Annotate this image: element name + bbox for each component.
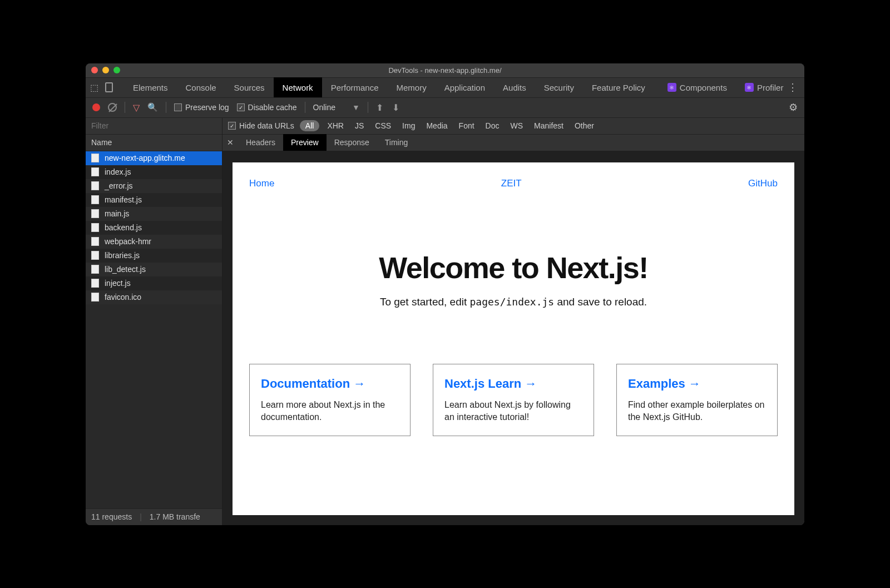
tab-profiler[interactable]: ⚛Profiler bbox=[736, 77, 793, 97]
preview-title: Welcome to Next.js! bbox=[249, 250, 778, 285]
download-har-icon[interactable]: ⬇ bbox=[392, 102, 399, 113]
name-column-header[interactable]: Name bbox=[86, 135, 222, 151]
settings-icon[interactable]: ⚙ bbox=[789, 101, 798, 113]
request-row[interactable]: inject.js bbox=[86, 276, 222, 290]
inspect-element-icon[interactable]: ⬚ bbox=[90, 82, 98, 93]
detail-tab-headers[interactable]: Headers bbox=[238, 134, 283, 151]
close-detail-icon[interactable]: ✕ bbox=[222, 138, 238, 147]
request-name: main.js bbox=[105, 209, 129, 218]
requests-sidebar: Name new-next-app.glitch.meindex.js_erro… bbox=[86, 118, 222, 525]
request-name: manifest.js bbox=[105, 195, 142, 204]
preview-subtitle: To get started, edit pages/index.js and … bbox=[249, 296, 778, 308]
request-row[interactable]: backend.js bbox=[86, 221, 222, 235]
type-filter-js[interactable]: JS bbox=[352, 120, 367, 131]
tab-application[interactable]: Application bbox=[436, 77, 494, 97]
filter-toggle-icon[interactable]: ▽ bbox=[133, 102, 140, 113]
request-row[interactable]: new-next-app.glitch.me bbox=[86, 151, 222, 165]
maximize-window-button[interactable] bbox=[113, 67, 120, 73]
type-filter-css[interactable]: CSS bbox=[372, 120, 394, 131]
request-row[interactable]: libraries.js bbox=[86, 249, 222, 263]
type-filter-font[interactable]: Font bbox=[456, 120, 478, 131]
tab-feature-policy[interactable]: Feature Policy bbox=[583, 77, 654, 97]
traffic-lights bbox=[91, 67, 120, 73]
request-name: new-next-app.glitch.me bbox=[105, 154, 185, 162]
request-name: backend.js bbox=[105, 223, 142, 232]
hide-data-urls-checkbox[interactable]: Hide data URLs bbox=[228, 121, 294, 130]
preview-nav-zeit[interactable]: ZEIT bbox=[501, 178, 522, 189]
panel-tabs-row: ⬚ ElementsConsoleSourcesNetworkPerforman… bbox=[86, 78, 804, 98]
file-icon bbox=[91, 279, 99, 288]
tab-security[interactable]: Security bbox=[535, 77, 583, 97]
preview-nav-github[interactable]: GitHub bbox=[748, 178, 778, 189]
type-filter-other[interactable]: Other bbox=[571, 120, 597, 131]
preview-pane: Home ZEIT GitHub Welcome to Next.js! To … bbox=[233, 162, 794, 515]
type-filter-xhr[interactable]: XHR bbox=[324, 120, 347, 131]
tab-audits[interactable]: Audits bbox=[494, 77, 535, 97]
detail-tab-timing[interactable]: Timing bbox=[377, 134, 416, 151]
file-icon bbox=[91, 167, 99, 176]
preview-nav-home[interactable]: Home bbox=[249, 178, 274, 189]
search-icon[interactable]: 🔍 bbox=[147, 102, 158, 112]
minimize-window-button[interactable] bbox=[102, 67, 109, 73]
toggle-device-icon[interactable] bbox=[105, 82, 113, 92]
disable-cache-checkbox[interactable]: Disable cache bbox=[237, 103, 297, 112]
hide-data-urls-label: Hide data URLs bbox=[239, 121, 294, 130]
preview-card[interactable]: Examples →Find other example boilerplate… bbox=[616, 364, 778, 437]
react-devtools-icon: ⚛ bbox=[745, 83, 754, 92]
request-name: _error.js bbox=[105, 181, 133, 190]
file-icon bbox=[91, 223, 99, 232]
tab-sources[interactable]: Sources bbox=[225, 77, 274, 97]
type-filter-manifest[interactable]: Manifest bbox=[531, 120, 567, 131]
status-request-count: 11 requests bbox=[91, 512, 132, 521]
type-filter-doc[interactable]: Doc bbox=[482, 120, 503, 131]
upload-har-icon[interactable]: ⬆ bbox=[376, 102, 383, 113]
card-body: Learn about Next.js by following an inte… bbox=[444, 399, 582, 424]
devtools-window: DevTools - new-next-app.glitch.me/ ⬚ Ele… bbox=[86, 63, 804, 525]
type-filter-media[interactable]: Media bbox=[423, 120, 451, 131]
tab-performance[interactable]: Performance bbox=[322, 77, 388, 97]
request-name: inject.js bbox=[105, 279, 131, 288]
file-icon bbox=[91, 265, 99, 274]
filter-input[interactable] bbox=[86, 121, 222, 130]
tab-network[interactable]: Network bbox=[274, 77, 322, 97]
request-row[interactable]: _error.js bbox=[86, 179, 222, 193]
request-name: libraries.js bbox=[105, 251, 140, 260]
detail-content: Hide data URLs AllXHRJSCSSImgMediaFontDo… bbox=[222, 118, 804, 525]
window-title: DevTools - new-next-app.glitch.me/ bbox=[86, 66, 804, 75]
preview-card[interactable]: Documentation →Learn more about Next.js … bbox=[249, 364, 411, 437]
card-title: Next.js Learn → bbox=[444, 377, 582, 391]
record-button[interactable] bbox=[92, 103, 100, 111]
request-row[interactable]: manifest.js bbox=[86, 193, 222, 207]
card-title: Examples → bbox=[628, 377, 766, 391]
file-icon bbox=[91, 209, 99, 218]
disable-cache-label: Disable cache bbox=[248, 103, 297, 112]
type-filter-all[interactable]: All bbox=[300, 120, 320, 131]
request-row[interactable]: lib_detect.js bbox=[86, 263, 222, 276]
tab-memory[interactable]: Memory bbox=[388, 77, 436, 97]
request-name: webpack-hmr bbox=[105, 237, 151, 246]
close-window-button[interactable] bbox=[91, 67, 98, 73]
throttling-select[interactable]: Online ▼ bbox=[313, 103, 360, 112]
status-bar: 11 requests | 1.7 MB transfe bbox=[86, 508, 222, 525]
status-transfer: 1.7 MB transfe bbox=[150, 512, 200, 521]
type-filter-ws[interactable]: WS bbox=[507, 120, 527, 131]
type-filter-img[interactable]: Img bbox=[399, 120, 418, 131]
card-body: Learn more about Next.js in the document… bbox=[261, 399, 399, 424]
tab-components[interactable]: ⚛Components bbox=[659, 77, 736, 97]
clear-button[interactable] bbox=[108, 103, 117, 112]
throttling-value: Online bbox=[313, 103, 335, 112]
detail-tab-response[interactable]: Response bbox=[327, 134, 377, 151]
more-menu-icon[interactable]: ⋮ bbox=[788, 81, 798, 93]
tab-elements[interactable]: Elements bbox=[124, 77, 177, 97]
tab-console[interactable]: Console bbox=[177, 77, 225, 97]
preserve-log-checkbox[interactable]: Preserve log bbox=[174, 103, 229, 112]
request-name: index.js bbox=[105, 167, 131, 176]
detail-tab-preview[interactable]: Preview bbox=[283, 134, 327, 151]
request-row[interactable]: main.js bbox=[86, 207, 222, 221]
type-filter-row: Hide data URLs AllXHRJSCSSImgMediaFontDo… bbox=[222, 118, 804, 135]
request-row[interactable]: favicon.ico bbox=[86, 290, 222, 304]
preview-card[interactable]: Next.js Learn →Learn about Next.js by fo… bbox=[433, 364, 594, 437]
request-row[interactable]: index.js bbox=[86, 165, 222, 179]
network-toolbar: ▽ 🔍 Preserve log Disable cache Online ▼ … bbox=[86, 98, 804, 118]
request-row[interactable]: webpack-hmr bbox=[86, 235, 222, 249]
